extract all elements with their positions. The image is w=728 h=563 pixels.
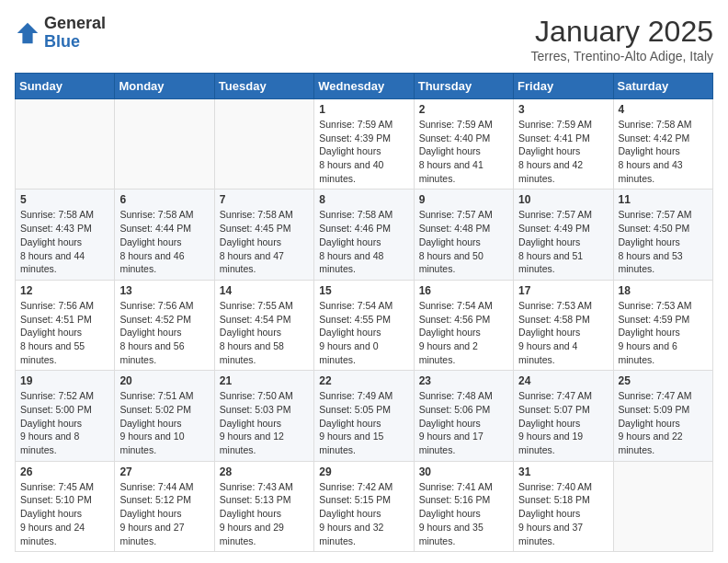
day-number: 20 [119, 374, 209, 387]
weekday-header: Sunday [16, 74, 115, 99]
month-title: January 2025 [531, 15, 713, 49]
daylight-label: Daylight hours [619, 236, 680, 247]
sunset-label: Sunset: 4:56 PM [419, 314, 491, 325]
daylight-label: Daylight hours [20, 327, 82, 338]
calendar-cell [214, 99, 313, 190]
daylight-label: Daylight hours [419, 508, 481, 519]
logo-general: General [44, 14, 106, 32]
sunset-label: Sunset: 5:05 PM [319, 404, 391, 415]
day-number: 27 [119, 465, 209, 478]
daylight-value: 8 hours and 55 minutes. [20, 340, 85, 365]
day-number: 31 [518, 465, 608, 478]
daylight-label: Daylight hours [518, 327, 580, 338]
sunrise-label: Sunrise: 7:59 AM [319, 119, 392, 130]
calendar-cell: 14Sunrise: 7:55 AMSunset: 4:54 PMDayligh… [214, 280, 313, 370]
calendar-cell [613, 461, 712, 551]
daylight-value: 9 hours and 19 minutes. [518, 431, 583, 455]
daylight-value: 8 hours and 43 minutes. [619, 159, 683, 184]
sunrise-label: Sunrise: 7:51 AM [119, 390, 193, 401]
day-number: 26 [20, 465, 109, 478]
daylight-value: 9 hours and 4 minutes. [518, 340, 577, 365]
calendar-cell: 26Sunrise: 7:45 AMSunset: 5:10 PMDayligh… [16, 461, 115, 551]
day-number: 10 [518, 193, 608, 206]
day-number: 18 [619, 284, 708, 297]
daylight-label: Daylight hours [619, 145, 680, 156]
sunset-label: Sunset: 5:13 PM [220, 494, 291, 505]
day-number: 22 [319, 374, 408, 387]
sunrise-label: Sunrise: 7:56 AM [119, 300, 193, 311]
day-info: Sunrise: 7:40 AMSunset: 5:18 PMDaylight … [518, 480, 608, 547]
day-number: 2 [419, 103, 508, 116]
daylight-label: Daylight hours [220, 236, 281, 247]
weekday-header: Monday [115, 74, 214, 99]
calendar-cell: 1Sunrise: 7:59 AMSunset: 4:39 PMDaylight… [314, 99, 414, 190]
calendar-cell: 31Sunrise: 7:40 AMSunset: 5:18 PMDayligh… [514, 461, 613, 551]
sunset-label: Sunset: 4:40 PM [419, 132, 491, 144]
day-info: Sunrise: 7:59 AMSunset: 4:40 PMDaylight … [419, 118, 508, 185]
daylight-value: 9 hours and 6 minutes. [619, 340, 677, 365]
day-number: 8 [319, 193, 408, 206]
calendar-cell: 20Sunrise: 7:51 AMSunset: 5:02 PMDayligh… [115, 371, 214, 461]
calendar-header-row: SundayMondayTuesdayWednesdayThursdayFrid… [16, 74, 713, 99]
daylight-label: Daylight hours [20, 508, 82, 519]
day-info: Sunrise: 7:53 AMSunset: 4:58 PMDaylight … [518, 299, 608, 366]
calendar-week-row: 26Sunrise: 7:45 AMSunset: 5:10 PMDayligh… [16, 461, 713, 551]
daylight-value: 8 hours and 40 minutes. [319, 159, 383, 184]
sunset-label: Sunset: 4:55 PM [319, 314, 391, 325]
calendar-cell [16, 99, 115, 190]
daylight-value: 8 hours and 41 minutes. [419, 159, 483, 184]
sunset-label: Sunset: 4:49 PM [518, 223, 590, 234]
sunset-label: Sunset: 4:43 PM [20, 223, 92, 234]
day-info: Sunrise: 7:59 AMSunset: 4:41 PMDaylight … [518, 118, 608, 185]
day-number: 9 [419, 193, 508, 206]
day-info: Sunrise: 7:53 AMSunset: 4:59 PMDaylight … [619, 299, 708, 366]
calendar-cell: 28Sunrise: 7:43 AMSunset: 5:13 PMDayligh… [214, 461, 313, 551]
day-info: Sunrise: 7:57 AMSunset: 4:50 PMDaylight … [619, 208, 708, 275]
day-info: Sunrise: 7:54 AMSunset: 4:55 PMDaylight … [319, 299, 408, 366]
title-block: January 2025 Terres, Trentino-Alto Adige… [531, 15, 713, 63]
day-info: Sunrise: 7:58 AMSunset: 4:44 PMDaylight … [119, 208, 209, 275]
calendar-table: SundayMondayTuesdayWednesdayThursdayFrid… [15, 73, 713, 552]
sunrise-label: Sunrise: 7:59 AM [518, 119, 592, 130]
sunset-label: Sunset: 5:16 PM [419, 494, 491, 505]
sunrise-label: Sunrise: 7:50 AM [220, 390, 293, 401]
sunset-label: Sunset: 4:59 PM [619, 314, 690, 325]
daylight-value: 8 hours and 46 minutes. [119, 250, 184, 275]
calendar-cell: 2Sunrise: 7:59 AMSunset: 4:40 PMDaylight… [414, 99, 513, 190]
sunrise-label: Sunrise: 7:54 AM [419, 300, 493, 311]
day-info: Sunrise: 7:50 AMSunset: 5:03 PMDaylight … [220, 389, 309, 456]
daylight-label: Daylight hours [119, 327, 181, 338]
day-number: 28 [220, 465, 309, 478]
calendar-cell: 18Sunrise: 7:53 AMSunset: 4:59 PMDayligh… [613, 280, 712, 370]
sunrise-label: Sunrise: 7:58 AM [220, 209, 293, 220]
day-info: Sunrise: 7:48 AMSunset: 5:06 PMDaylight … [419, 389, 508, 456]
daylight-value: 9 hours and 29 minutes. [220, 522, 284, 546]
daylight-value: 8 hours and 51 minutes. [518, 250, 583, 275]
daylight-label: Daylight hours [20, 418, 82, 429]
calendar-week-row: 19Sunrise: 7:52 AMSunset: 5:00 PMDayligh… [16, 371, 713, 461]
calendar-cell [115, 99, 214, 190]
sunset-label: Sunset: 4:52 PM [119, 314, 191, 325]
daylight-label: Daylight hours [619, 327, 680, 338]
sunset-label: Sunset: 5:10 PM [20, 494, 92, 505]
sunrise-label: Sunrise: 7:59 AM [419, 119, 493, 130]
day-info: Sunrise: 7:58 AMSunset: 4:42 PMDaylight … [619, 118, 708, 185]
sunrise-label: Sunrise: 7:49 AM [319, 390, 392, 401]
day-number: 13 [119, 284, 209, 297]
day-info: Sunrise: 7:43 AMSunset: 5:13 PMDaylight … [220, 480, 309, 547]
weekday-header: Saturday [613, 74, 712, 99]
daylight-label: Daylight hours [518, 236, 580, 247]
day-number: 23 [419, 374, 508, 387]
weekday-header: Wednesday [314, 74, 414, 99]
calendar-cell: 17Sunrise: 7:53 AMSunset: 4:58 PMDayligh… [514, 280, 613, 370]
calendar-cell: 29Sunrise: 7:42 AMSunset: 5:15 PMDayligh… [314, 461, 414, 551]
sunset-label: Sunset: 5:18 PM [518, 494, 590, 505]
calendar-cell: 15Sunrise: 7:54 AMSunset: 4:55 PMDayligh… [314, 280, 414, 370]
calendar-cell: 10Sunrise: 7:57 AMSunset: 4:49 PMDayligh… [514, 190, 613, 280]
day-info: Sunrise: 7:49 AMSunset: 5:05 PMDaylight … [319, 389, 408, 456]
calendar-week-row: 1Sunrise: 7:59 AMSunset: 4:39 PMDaylight… [16, 99, 713, 190]
daylight-label: Daylight hours [518, 145, 580, 156]
calendar-cell: 19Sunrise: 7:52 AMSunset: 5:00 PMDayligh… [16, 371, 115, 461]
daylight-label: Daylight hours [419, 145, 481, 156]
location-subtitle: Terres, Trentino-Alto Adige, Italy [531, 49, 713, 63]
